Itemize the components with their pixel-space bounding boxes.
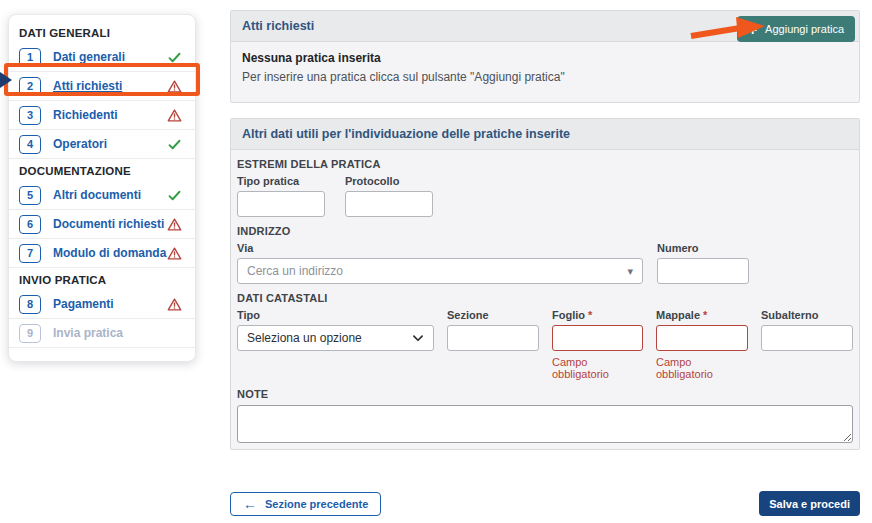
- mappale-error-text: Campo obbligatorio: [656, 356, 748, 380]
- aggiungi-pratica-label: Aggiungi pratica: [765, 23, 844, 35]
- via-label: Via: [237, 242, 643, 254]
- tipo-pratica-label: Tipo pratica: [237, 175, 325, 187]
- subalterno-label: Subalterno: [761, 309, 853, 321]
- sidebar-item-atti-richiesti[interactable]: 2 Atti richiesti: [9, 72, 195, 101]
- section-catastali-title: DATI CATASTALI: [237, 292, 853, 304]
- step-number-badge: 8: [19, 295, 41, 314]
- step-number-badge: 4: [19, 135, 41, 154]
- sidebar-section-title: DOCUMENTAZIONE: [9, 159, 195, 181]
- tipo-select[interactable]: Seleziona un opzione: [237, 325, 434, 351]
- step-number-badge: 7: [19, 244, 41, 263]
- foglio-label: Foglio*: [552, 309, 643, 321]
- pointer-triangle-icon: [0, 72, 12, 88]
- foglio-error-text: Campo obbligatorio: [552, 356, 643, 380]
- sidebar-item-documenti-richiesti[interactable]: 6 Documenti richiesti: [9, 210, 195, 239]
- sidebar-section-title: DATI GENERALI: [9, 21, 195, 43]
- sezione-label: Sezione: [447, 309, 539, 321]
- empty-state: Nessuna pratica inserita Per inserire un…: [231, 42, 859, 93]
- empty-state-hint: Per inserire una pratica clicca sul puls…: [242, 70, 848, 84]
- sidebar-item-label: Dati generali: [53, 50, 167, 64]
- check-icon: [167, 188, 182, 203]
- foglio-input[interactable]: [552, 325, 643, 351]
- salva-e-procedi-button[interactable]: Salva e procedi: [759, 491, 860, 516]
- sidebar-item-label: Operatori: [53, 137, 167, 151]
- chevron-down-icon: [412, 332, 424, 344]
- section-estremi-title: ESTREMI DELLA PRATICA: [237, 158, 853, 170]
- section-indirizzo-title: INDRIZZO: [237, 225, 853, 237]
- sidebar-item-modulo-di-domanda[interactable]: 7 Modulo di domanda: [9, 239, 195, 268]
- warning-icon: [167, 297, 182, 312]
- numero-input[interactable]: [657, 258, 749, 284]
- sidebar-section-title: INVIO PRATICA: [9, 268, 195, 290]
- tipo-pratica-input[interactable]: [237, 191, 325, 217]
- warning-icon: [167, 246, 182, 261]
- check-icon: [167, 137, 182, 152]
- mappale-input[interactable]: [656, 325, 748, 351]
- steps-sidebar: DATI GENERALI 1 Dati generali 2 Atti ric…: [8, 14, 196, 362]
- step-number-badge: 3: [19, 106, 41, 125]
- altri-dati-panel: Altri dati utili per l'individuazione de…: [230, 118, 860, 450]
- sidebar-item-label: Invia pratica: [53, 326, 182, 340]
- panel-title: Altri dati utili per l'individuazione de…: [231, 119, 859, 150]
- sidebar-item-altri-documenti[interactable]: 5 Altri documenti: [9, 181, 195, 210]
- step-number-badge: 1: [19, 48, 41, 67]
- required-asterisk: *: [588, 309, 592, 321]
- tipo-select-value: Seleziona un opzione: [247, 331, 362, 345]
- note-textarea[interactable]: [237, 405, 853, 443]
- sidebar-item-operatori[interactable]: 4 Operatori: [9, 130, 195, 159]
- subalterno-input[interactable]: [761, 325, 853, 351]
- sidebar-item-label: Modulo di domanda: [53, 246, 167, 260]
- sidebar-item-invia-pratica: 9 Invia pratica: [9, 319, 195, 348]
- warning-icon: [167, 217, 182, 232]
- warning-icon: [167, 108, 182, 123]
- via-placeholder: Cerca un indirizzo: [247, 264, 343, 278]
- sidebar-item-label: Documenti richiesti: [53, 217, 167, 231]
- protocollo-label: Protocollo: [345, 175, 433, 187]
- sezione-precedente-button[interactable]: ← Sezione precedente: [230, 492, 381, 516]
- sidebar-item-label: Richiedenti: [53, 108, 167, 122]
- step-number-badge: 6: [19, 215, 41, 234]
- sidebar-item-dati-generali[interactable]: 1 Dati generali: [9, 43, 195, 72]
- sidebar-item-richiedenti[interactable]: 3 Richiedenti: [9, 101, 195, 130]
- sidebar-item-label: Altri documenti: [53, 188, 167, 202]
- sidebar-item-label: Atti richiesti: [53, 79, 167, 93]
- step-number-badge: 2: [19, 77, 41, 96]
- arrow-annotation-icon: [690, 16, 766, 43]
- page: DATI GENERALI 1 Dati generali 2 Atti ric…: [0, 0, 872, 523]
- via-select[interactable]: Cerca un indirizzo ▾: [237, 258, 643, 284]
- required-asterisk: *: [703, 309, 707, 321]
- sidebar-item-label: Pagamenti: [53, 297, 167, 311]
- step-number-badge: 5: [19, 186, 41, 205]
- warning-icon: [167, 79, 182, 94]
- caret-down-icon: ▾: [627, 265, 633, 278]
- sezione-precedente-label: Sezione precedente: [265, 498, 368, 510]
- sezione-input[interactable]: [447, 325, 539, 351]
- numero-label: Numero: [657, 242, 749, 254]
- mappale-label: Mappale*: [656, 309, 748, 321]
- back-arrow-icon: ←: [243, 496, 257, 512]
- protocollo-input[interactable]: [345, 191, 433, 217]
- tipo-label: Tipo: [237, 309, 434, 321]
- section-note-title: NOTE: [237, 388, 853, 400]
- sidebar-item-pagamenti[interactable]: 8 Pagamenti: [9, 290, 195, 319]
- empty-state-title: Nessuna pratica inserita: [242, 51, 848, 65]
- step-number-badge: 9: [19, 324, 41, 343]
- check-icon: [167, 50, 182, 65]
